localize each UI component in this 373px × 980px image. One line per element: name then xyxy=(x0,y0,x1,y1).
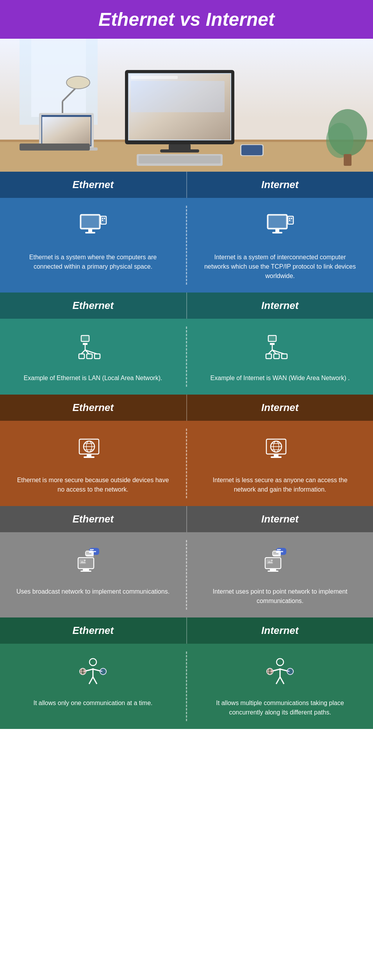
svg-rect-54 xyxy=(79,354,84,359)
text-left-security: Ethernet is more secure because outside … xyxy=(16,476,170,494)
svg-rect-46 xyxy=(291,218,292,219)
content-right-example: Example of Internet is WAN (Wide Area Ne… xyxy=(187,319,373,395)
svg-rect-66 xyxy=(282,354,287,359)
header-right-example: Internet xyxy=(187,293,373,319)
svg-line-118 xyxy=(93,677,97,684)
header-right-label-definition: Internet xyxy=(191,179,369,191)
text-right-communication: Internet uses point to point network to … xyxy=(203,587,357,606)
svg-point-125 xyxy=(277,659,284,666)
header-right-label-example: Internet xyxy=(191,300,369,312)
section-content-paths: It allows only one communication at a ti… xyxy=(0,644,373,729)
svg-rect-26 xyxy=(344,154,352,166)
page-title: Ethernet vs Internet xyxy=(4,9,369,30)
svg-rect-103 xyxy=(277,549,281,550)
svg-point-25 xyxy=(326,123,353,158)
hero-image xyxy=(0,39,373,172)
svg-rect-20 xyxy=(139,156,221,163)
svg-rect-16 xyxy=(131,81,225,112)
svg-rect-101 xyxy=(268,571,278,572)
content-left-communication: Uses broadcast network to implement comm… xyxy=(0,532,186,617)
text-left-example: Example of Ethernet is LAN (Local Area N… xyxy=(24,373,162,383)
header-left-security: Ethernet xyxy=(0,395,186,421)
svg-rect-35 xyxy=(102,220,103,221)
svg-rect-73 xyxy=(87,454,91,456)
icon-right-communication xyxy=(261,544,300,579)
icon-right-example xyxy=(261,330,300,366)
icon-left-definition xyxy=(73,210,112,245)
header-right-label-paths: Internet xyxy=(191,625,369,637)
title-bar: Ethernet vs Internet xyxy=(0,0,373,39)
svg-point-7 xyxy=(66,76,90,89)
svg-rect-49 xyxy=(83,343,87,345)
svg-rect-38 xyxy=(268,215,286,228)
content-left-security: Ethernet is more secure because outside … xyxy=(0,421,186,506)
header-left-paths: Ethernet xyxy=(0,617,186,644)
svg-rect-21 xyxy=(20,144,90,151)
section-content-communication: Uses broadcast network to implement comm… xyxy=(0,532,373,617)
icon-left-paths xyxy=(73,655,112,691)
svg-rect-18 xyxy=(160,149,199,153)
svg-rect-40 xyxy=(275,229,279,232)
svg-line-129 xyxy=(276,677,280,684)
content-right-security: Internet is less secure as anyone can ac… xyxy=(187,421,373,506)
text-left-definition: Ethernet is a system where the computers… xyxy=(16,253,170,271)
section-content-security: Ethernet is more secure because outside … xyxy=(0,421,373,506)
text-left-paths: It allows only one communication at a ti… xyxy=(33,698,152,708)
svg-rect-88 xyxy=(90,549,94,550)
svg-rect-55 xyxy=(87,354,92,359)
header-right-communication: Internet xyxy=(187,506,373,532)
icon-left-security xyxy=(73,433,112,468)
header-right-label-communication: Internet xyxy=(191,513,369,525)
svg-rect-34 xyxy=(102,218,103,219)
header-left-definition: Ethernet xyxy=(0,172,186,198)
header-right-definition: Internet xyxy=(187,172,373,198)
svg-point-112 xyxy=(271,560,273,561)
section-content-definition: Ethernet is a system where the computers… xyxy=(0,198,373,293)
svg-point-113 xyxy=(89,659,96,666)
header-left-communication: Ethernet xyxy=(0,506,186,532)
header-left-label-security: Ethernet xyxy=(4,402,182,414)
svg-rect-100 xyxy=(270,569,276,571)
svg-rect-36 xyxy=(104,218,105,219)
icon-left-communication xyxy=(73,544,112,579)
icon-right-security xyxy=(261,433,300,468)
section-definition: Ethernet Internet Ethernet is a sys xyxy=(0,172,373,293)
icon-right-definition xyxy=(261,210,300,245)
section-header-security: Ethernet Internet xyxy=(0,395,373,421)
content-left-example: Example of Ethernet is LAN (Local Area N… xyxy=(0,319,186,395)
svg-rect-108 xyxy=(273,553,278,555)
svg-rect-23 xyxy=(241,145,262,155)
content-right-definition: Internet is a system of interconnected c… xyxy=(187,198,373,293)
section-paths: Ethernet Internet xyxy=(0,617,373,729)
svg-point-97 xyxy=(84,560,86,561)
sections-container: Ethernet Internet Ethernet is a sys xyxy=(0,172,373,729)
svg-line-61 xyxy=(268,350,272,354)
svg-rect-30 xyxy=(88,229,92,232)
header-left-example: Ethernet xyxy=(0,293,186,319)
svg-rect-81 xyxy=(274,454,278,456)
section-header-example: Ethernet Internet xyxy=(0,293,373,319)
text-right-example: Example of Internet is WAN (Wide Area Ne… xyxy=(211,373,350,383)
svg-rect-107 xyxy=(273,552,276,553)
svg-point-136 xyxy=(287,668,293,675)
header-left-label-paths: Ethernet xyxy=(4,625,182,637)
svg-rect-17 xyxy=(169,144,191,150)
svg-rect-92 xyxy=(86,552,89,553)
svg-rect-28 xyxy=(81,215,99,228)
svg-rect-56 xyxy=(95,354,100,359)
svg-line-117 xyxy=(89,677,93,684)
svg-rect-74 xyxy=(84,456,95,458)
svg-rect-10 xyxy=(42,117,91,145)
svg-point-122 xyxy=(80,668,86,675)
text-right-definition: Internet is a system of interconnected c… xyxy=(203,253,357,281)
svg-rect-65 xyxy=(274,354,279,359)
text-right-security: Internet is less secure as anyone can ac… xyxy=(203,476,357,494)
svg-rect-85 xyxy=(83,569,89,571)
icon-left-example xyxy=(73,330,112,366)
svg-rect-82 xyxy=(271,456,282,458)
svg-rect-44 xyxy=(289,218,290,219)
svg-rect-45 xyxy=(289,220,290,221)
content-right-communication: Internet uses point to point network to … xyxy=(187,532,373,617)
svg-rect-41 xyxy=(272,232,282,233)
header-left-label-communication: Ethernet xyxy=(4,513,182,525)
